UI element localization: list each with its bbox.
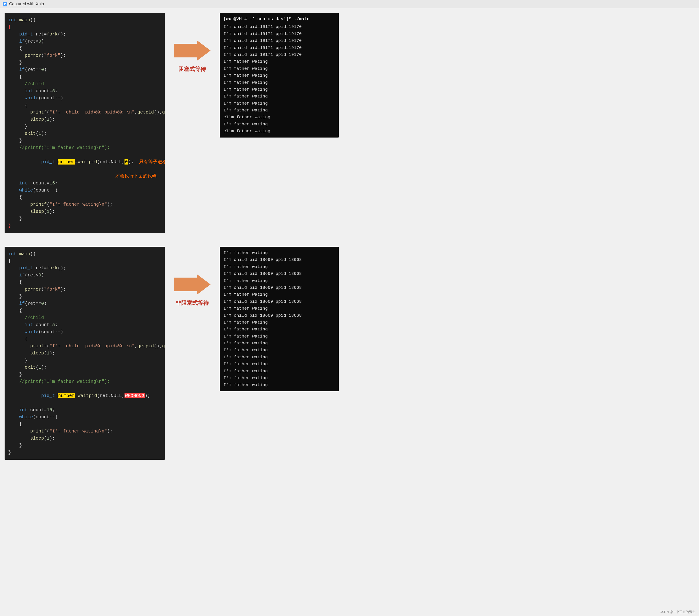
code-line: while(count--) xyxy=(8,187,161,194)
terminal-line: I'm father wating xyxy=(223,263,335,270)
code-line: { xyxy=(8,279,161,286)
terminal-prompt-1: [wxb@VM-4-12-centos day1]$ ./main xyxy=(223,16,335,23)
svg-marker-4 xyxy=(174,40,211,61)
terminal-line: I'm child pid=18669 ppid=18668 xyxy=(223,256,335,263)
terminal-line: I'm father wating xyxy=(223,326,335,333)
terminal-line: I'm father wating xyxy=(223,65,335,72)
code-line: printf("I'm father wating\n"); xyxy=(8,428,161,435)
terminal-line: I'm child pid=18669 ppid=18668 xyxy=(223,298,335,305)
code-line: printf("I'm child pid=%d ppid=%d \n",get… xyxy=(8,343,161,350)
terminal-line: I'm father wating xyxy=(223,291,335,298)
code-line: } xyxy=(8,215,161,222)
code-line: } xyxy=(8,449,161,456)
code-line: printf("I'm child pid=%d ppid=%d \n",get… xyxy=(8,109,161,116)
terminal-line: I'm child pid=19171 ppid=19170 xyxy=(223,23,335,30)
code-line: { xyxy=(8,24,161,31)
code-line: pid_t ret=fork(); xyxy=(8,265,161,272)
code-line: while(count--) xyxy=(8,94,161,102)
arrow-container-2: 非阻塞式等待 xyxy=(174,274,211,307)
terminal-line: I'm father wating xyxy=(223,121,335,128)
code-line: int main() xyxy=(8,16,161,24)
title-bar: Captured with Xnip xyxy=(0,0,699,8)
terminal-line: I'm father wating xyxy=(223,107,335,114)
terminal-line: I'm child pid=19171 ppid=19170 xyxy=(223,51,335,58)
code-line: exit(1); xyxy=(8,130,161,137)
code-line: { xyxy=(8,73,161,80)
terminal-line: I'm child pid=19171 ppid=19170 xyxy=(223,37,335,44)
code-line: { xyxy=(8,102,161,109)
terminal-line: cI'm father wating xyxy=(223,128,335,135)
code-line: sleep(1); xyxy=(8,435,161,442)
code-line: while(count--) xyxy=(8,329,161,335)
code-line: { xyxy=(8,257,161,265)
main-content: int main() { pid_t ret=fork(); if(ret<0)… xyxy=(0,8,699,464)
demo-row-1: int main() { pid_t ret=fork(); if(ret<0)… xyxy=(4,13,695,233)
arrow-icon-1 xyxy=(174,40,211,61)
terminal-line: I'm father wating xyxy=(223,319,335,326)
terminal-line: I'm father wating xyxy=(223,361,335,367)
terminal-line: I'm father wating xyxy=(223,250,335,256)
code-line: //printf("I'm father waiting\n"); xyxy=(8,378,161,385)
terminal-line: I'm child pid=18669 ppid=18668 xyxy=(223,284,335,291)
arrow-label-2: 非阻塞式等待 xyxy=(176,299,209,307)
terminal-line: I'm father wating xyxy=(223,277,335,284)
code-line: exit(1); xyxy=(8,364,161,371)
terminal-panel-1: [wxb@VM-4-12-centos day1]$ ./main I'm ch… xyxy=(220,13,339,137)
code-line: } xyxy=(8,371,161,378)
code-line: perror("fork"); xyxy=(8,52,161,59)
code-line: pid_t ret=fork(); xyxy=(8,31,161,38)
terminal-line: I'm father wating xyxy=(223,347,335,353)
app-icon xyxy=(3,2,7,6)
terminal-line: I'm father wating xyxy=(223,58,335,65)
svg-rect-1 xyxy=(4,3,5,4)
terminal-line: cI'm father wating xyxy=(223,114,335,121)
svg-rect-3 xyxy=(4,4,5,5)
code-line: if(ret<0) xyxy=(8,272,161,279)
code-line: } xyxy=(8,123,161,130)
terminal-line: I'm father wating xyxy=(223,340,335,347)
code-line: 才会执行下面的代码 xyxy=(8,173,161,179)
code-line: perror("fork"); xyxy=(8,286,161,293)
terminal-line: I'm child pid=19171 ppid=19170 xyxy=(223,30,335,37)
code-line: { xyxy=(8,194,161,201)
code-line: if(ret==0) xyxy=(8,300,161,307)
svg-marker-5 xyxy=(174,274,211,295)
code-line: sleep(1); xyxy=(8,208,161,215)
svg-rect-2 xyxy=(5,3,6,4)
code-line: while(count--) xyxy=(8,414,161,420)
terminal-panel-2: I'm father wating I'm child pid=18669 pp… xyxy=(220,247,339,391)
demo-row-2: int main() { pid_t ret=fork(); if(ret<0)… xyxy=(4,247,695,460)
terminal-line: I'm father wating xyxy=(223,72,335,79)
code-panel-2: int main() { pid_t ret=fork(); if(ret<0)… xyxy=(4,247,165,460)
code-line: int count=15; xyxy=(8,179,161,187)
terminal-line: I'm father wating xyxy=(223,86,335,93)
code-line: printf("I'm father wating\n"); xyxy=(8,201,161,208)
terminal-line: I'm child pid=18669 ppid=18668 xyxy=(223,312,335,319)
code-line: { xyxy=(8,45,161,52)
footer: CSDN @一个正直的男生 xyxy=(660,610,695,614)
terminal-line: I'm father wating xyxy=(223,381,335,388)
code-line: //child xyxy=(8,314,161,321)
terminal-line: I'm child pid=19171 ppid=19170 xyxy=(223,44,335,51)
code-line: } xyxy=(8,59,161,66)
code-line: } xyxy=(8,222,161,229)
code-line: int count=5; xyxy=(8,321,161,329)
app-title: Captured with Xnip xyxy=(9,2,44,6)
terminal-line: I'm father wating xyxy=(223,100,335,107)
code-line: } xyxy=(8,293,161,300)
code-line: pid_t number=waitpid(ret,NULL,WHOHONG); xyxy=(8,385,161,406)
code-line: if(ret<0) xyxy=(8,38,161,45)
terminal-line: I'm father wating xyxy=(223,305,335,312)
terminal-line: I'm father wating xyxy=(223,93,335,100)
arrow-label-1: 阻塞式等待 xyxy=(179,65,206,73)
code-line: int count=15; xyxy=(8,406,161,414)
code-line: { xyxy=(8,335,161,343)
terminal-line: I'm child pid=18669 ppid=18668 xyxy=(223,270,335,277)
code-line: { xyxy=(8,307,161,314)
terminal-line: I'm father wating xyxy=(223,354,335,361)
code-line: sleep(1); xyxy=(8,116,161,123)
terminal-line: I'm father wating xyxy=(223,375,335,381)
code-line: pid_t number=waitpid(ret,NULL,0); 只有等子进程… xyxy=(8,151,161,173)
arrow-icon-2 xyxy=(174,274,211,295)
terminal-line: I'm father wating xyxy=(223,333,335,340)
